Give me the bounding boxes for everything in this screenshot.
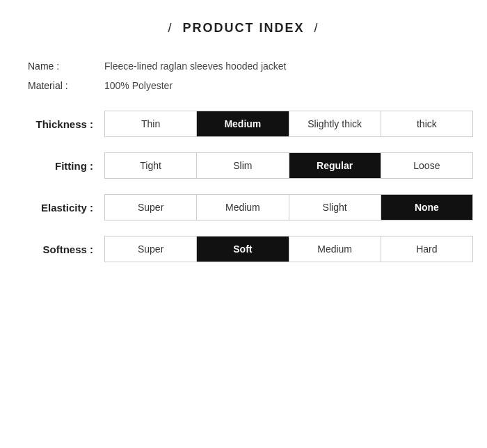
name-label: Name : [28,61,104,72]
option-cell-3-2[interactable]: Medium [289,237,381,262]
option-cell-0-3[interactable]: thick [381,111,472,136]
index-section-3: Softness :SuperSoftMediumHard [14,236,473,262]
index-rows: Thickness :ThinMediumSlightly thickthick… [14,111,473,262]
options-row-1: TightSlimRegularLoose [104,152,473,179]
index-label-2: Elasticity : [14,202,104,214]
material-row: Material : 100% Polyester [28,80,473,91]
name-row: Name : Fleece-lined raglan sleeves hoode… [28,61,473,72]
option-cell-3-0[interactable]: Super [105,237,197,262]
option-cell-0-2[interactable]: Slightly thick [289,111,381,136]
index-label-1: Fitting : [14,160,104,172]
index-section-1: Fitting :TightSlimRegularLoose [14,152,473,179]
option-cell-0-0[interactable]: Thin [105,111,197,136]
index-label-0: Thickness : [14,118,104,130]
option-cell-3-1[interactable]: Soft [197,237,289,262]
index-section-2: Elasticity :SuperMediumSlightNone [14,194,473,221]
info-section: Name : Fleece-lined raglan sleeves hoode… [28,61,473,91]
material-label: Material : [28,80,104,91]
option-cell-1-1[interactable]: Slim [197,153,289,178]
option-cell-2-3[interactable]: None [381,195,472,220]
option-cell-2-2[interactable]: Slight [289,195,381,220]
option-cell-1-0[interactable]: Tight [105,153,197,178]
option-cell-2-1[interactable]: Medium [197,195,289,220]
title-suffix: / [314,21,319,35]
options-row-0: ThinMediumSlightly thickthick [104,111,473,137]
option-cell-2-0[interactable]: Super [105,195,197,220]
title-prefix: / [168,21,173,35]
page-title: / PRODUCT INDEX / [14,21,473,35]
option-cell-1-3[interactable]: Loose [381,153,472,178]
options-row-2: SuperMediumSlightNone [104,194,473,221]
index-label-3: Softness : [14,243,104,255]
option-cell-3-3[interactable]: Hard [381,237,472,262]
material-value: 100% Polyester [104,80,173,91]
option-cell-0-1[interactable]: Medium [197,111,289,136]
options-row-3: SuperSoftMediumHard [104,236,473,262]
main-container: / PRODUCT INDEX / Name : Fleece-lined ra… [0,0,487,298]
option-cell-1-2[interactable]: Regular [289,153,381,178]
index-section-0: Thickness :ThinMediumSlightly thickthick [14,111,473,137]
title-main: PRODUCT INDEX [182,21,304,35]
name-value: Fleece-lined raglan sleeves hooded jacke… [104,61,287,72]
